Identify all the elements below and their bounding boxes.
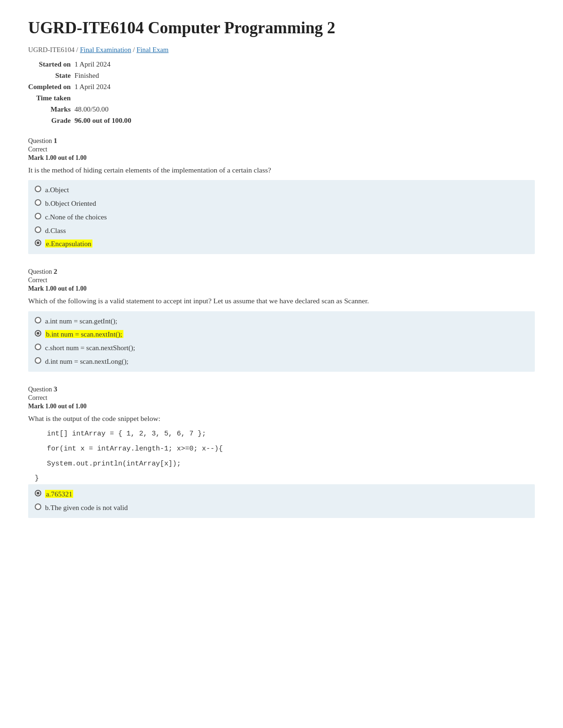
- option-q1b: b.Object Oriented: [35, 198, 528, 209]
- question-3-header: Question 3: [28, 385, 535, 393]
- completed-on-label: Completed on: [28, 81, 75, 92]
- question-label-1: Question: [28, 137, 53, 144]
- started-on-label: Started on: [28, 59, 75, 70]
- radio-q1d[interactable]: [35, 226, 41, 233]
- option-label-q2c: c.short num = scan.nextShort();: [45, 343, 135, 353]
- question-2-mark: Mark 1.00 out of 1.00: [28, 285, 535, 293]
- question-1-options: a.Objectb.Object Orientedc.None of the c…: [28, 180, 535, 254]
- radio-q2a[interactable]: [35, 317, 41, 323]
- breadcrumb-separator: /: [131, 46, 137, 53]
- question-2-text: Which of the following is a valid statem…: [28, 295, 535, 306]
- question-number-2: 2: [53, 267, 57, 275]
- question-label-3: Question: [28, 385, 53, 393]
- questions-container: Question 1CorrectMark 1.00 out of 1.00It…: [28, 136, 535, 518]
- question-3-mark: Mark 1.00 out of 1.00: [28, 403, 535, 410]
- time-taken-label: Time taken: [28, 92, 75, 104]
- started-on-value: 1 April 2024: [75, 59, 137, 70]
- question-1-text: It is the method of hiding certain eleme…: [28, 165, 535, 175]
- radio-q1b[interactable]: [35, 199, 41, 206]
- grade-label: Grade: [28, 115, 75, 126]
- option-q3a: a.765321: [35, 489, 528, 500]
- breadcrumb: UGRD-ITE6104 / Final Examination / Final…: [28, 46, 535, 54]
- code-line: int[] intArray = { 1, 2, 3, 5, 6, 7 };: [47, 428, 535, 440]
- option-label-q2a: a.int num = scan.getInt();: [45, 316, 117, 327]
- breadcrumb-link-final-exam[interactable]: Final Exam: [137, 46, 168, 53]
- radio-q1a[interactable]: [35, 186, 41, 192]
- option-q1c: c.None of the choices: [35, 212, 528, 223]
- question-number-1: 1: [53, 136, 57, 144]
- question-number-3: 3: [53, 385, 57, 393]
- marks-label: Marks: [28, 104, 75, 115]
- time-taken-value: [75, 92, 137, 104]
- option-label-q1d: d.Class: [45, 225, 66, 236]
- state-value: Finished: [75, 70, 137, 81]
- option-label-q2d: d.int num = scan.nextLong();: [45, 356, 129, 367]
- code-brace: }: [35, 473, 535, 484]
- radio-q1e[interactable]: [35, 240, 41, 246]
- question-3: Question 3CorrectMark 1.00 out of 1.00Wh…: [28, 385, 535, 518]
- radio-q3a[interactable]: [35, 490, 41, 496]
- option-q2c: c.short num = scan.nextShort();: [35, 343, 528, 353]
- question-2-header: Question 2: [28, 267, 535, 276]
- question-1: Question 1CorrectMark 1.00 out of 1.00It…: [28, 136, 535, 254]
- question-3-text: What is the output of the code snippet b…: [28, 413, 535, 424]
- option-q2b: b.int num = scan.nextInt();: [35, 329, 528, 340]
- breadcrumb-base: UGRD-ITE6104 /: [28, 46, 80, 53]
- question-3-options: a.765321b.The given code is not valid: [28, 484, 535, 518]
- question-1-mark: Mark 1.00 out of 1.00: [28, 154, 535, 162]
- info-table: Started on 1 April 2024 State Finished C…: [28, 59, 137, 126]
- option-label-q3b: b.The given code is not valid: [45, 503, 128, 513]
- radio-q2b[interactable]: [35, 330, 41, 337]
- option-q1d: d.Class: [35, 225, 528, 236]
- breadcrumb-link-final-examination[interactable]: Final Examination: [80, 46, 131, 53]
- radio-q1c[interactable]: [35, 213, 41, 219]
- page-title: UGRD-ITE6104 Computer Programming 2: [28, 19, 535, 38]
- radio-q3b[interactable]: [35, 503, 41, 510]
- code-line: System.out.println(intArray[x]);: [47, 458, 535, 470]
- marks-value: 48.00/50.00: [75, 104, 137, 115]
- question-3-code: int[] intArray = { 1, 2, 3, 5, 6, 7 };fo…: [28, 428, 535, 484]
- question-2-options: a.int num = scan.getInt();b.int num = sc…: [28, 311, 535, 372]
- completed-on-value: 1 April 2024: [75, 81, 137, 92]
- question-2: Question 2CorrectMark 1.00 out of 1.00Wh…: [28, 267, 535, 371]
- option-label-q1b: b.Object Oriented: [45, 198, 96, 209]
- question-1-header: Question 1: [28, 136, 535, 145]
- radio-q2c[interactable]: [35, 344, 41, 350]
- option-label-q3a: a.765321: [45, 489, 73, 500]
- option-label-q1e: e.Encapsulation: [45, 239, 92, 249]
- option-label-q1a: a.Object: [45, 185, 69, 195]
- option-q3b: b.The given code is not valid: [35, 503, 528, 513]
- question-label-2: Question: [28, 268, 53, 275]
- grade-value: 96.00 out of 100.00: [75, 115, 137, 126]
- option-q2a: a.int num = scan.getInt();: [35, 316, 528, 327]
- radio-q2d[interactable]: [35, 357, 41, 364]
- option-q1e: e.Encapsulation: [35, 239, 528, 249]
- code-line: for(int x = intArray.length-1; x>=0; x--…: [47, 443, 535, 455]
- state-label: State: [28, 70, 75, 81]
- question-3-status: Correct: [28, 394, 535, 402]
- option-label-q2b: b.int num = scan.nextInt();: [45, 329, 123, 340]
- option-label-q1c: c.None of the choices: [45, 212, 107, 223]
- question-1-status: Correct: [28, 146, 535, 153]
- option-q2d: d.int num = scan.nextLong();: [35, 356, 528, 367]
- option-q1a: a.Object: [35, 185, 528, 195]
- question-2-status: Correct: [28, 277, 535, 284]
